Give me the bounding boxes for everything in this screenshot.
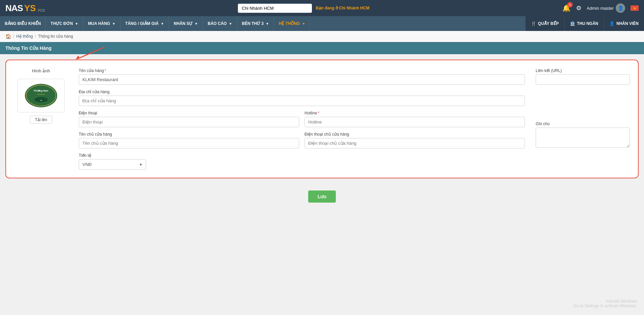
nav-label-cashier: THU NGÂN bbox=[577, 21, 598, 26]
svg-text:restaurant: restaurant bbox=[37, 93, 45, 95]
nav-label-report: BÁO CÁO bbox=[208, 21, 227, 26]
branch-location: Bạn đang ở Chi Nhánh HCM bbox=[316, 6, 369, 10]
staff-icon: 👤 bbox=[609, 21, 614, 26]
branch-search-input[interactable] bbox=[238, 4, 312, 13]
nav-item-staff[interactable]: 👤 NHÂN VIÊN bbox=[604, 16, 644, 31]
right-fields: Liên kết (URL) Ghi chú bbox=[536, 68, 630, 170]
nav-label-purchase: MUA HÀNG bbox=[88, 21, 110, 26]
admin-name: Admin master bbox=[587, 6, 614, 11]
owner-name-label: Tên chủ cửa hàng bbox=[79, 132, 299, 137]
nav-bar: BẢNG ĐIỀU KHIỂN THỰC ĐƠN ▼ MUA HÀNG ▼ TĂ… bbox=[0, 16, 644, 31]
kitchen-icon: 🍴 bbox=[531, 21, 536, 26]
url-label: Liên kết (URL) bbox=[536, 68, 630, 73]
phone-group: Điện thoại bbox=[79, 111, 299, 127]
nav-item-discount[interactable]: TĂNG / GIẢM GIÁ ▼ bbox=[120, 16, 169, 31]
nav-label-kitchen: QUẦY BẾP bbox=[538, 21, 559, 26]
home-icon[interactable]: 🏠 bbox=[5, 34, 11, 39]
save-button[interactable]: Lưu bbox=[308, 190, 336, 203]
store-address-group: Địa chỉ cửa hàng bbox=[79, 90, 525, 106]
logo: NASYS POS bbox=[5, 3, 45, 13]
required-marker-hotline: * bbox=[318, 111, 319, 115]
nav-right: 🍴 QUẦY BẾP 🏦 THU NGÂN 👤 NHÂN VIÊN bbox=[525, 16, 644, 31]
owner-phone-group: Điện thoại chủ cửa hàng bbox=[305, 132, 525, 148]
save-area: Lưu bbox=[0, 184, 644, 209]
owner-name-input[interactable] bbox=[79, 138, 299, 148]
store-info-form: Hình ảnh Phương Nam restaurant ✿ Tải lên bbox=[5, 60, 639, 178]
hotline-group: Hotline* bbox=[305, 111, 525, 127]
gear-icon[interactable]: ⚙ bbox=[576, 4, 581, 12]
chevron-down-icon: ▼ bbox=[265, 22, 269, 26]
currency-select[interactable]: VNĐ USD EUR bbox=[79, 159, 146, 170]
logo-nas: NAS bbox=[5, 3, 23, 13]
chevron-down-icon: ▼ bbox=[112, 22, 115, 26]
owner-phone-input[interactable] bbox=[305, 138, 525, 148]
nav-item-dashboard[interactable]: BẢNG ĐIỀU KHIỂN bbox=[0, 16, 46, 31]
flag-icon bbox=[631, 5, 639, 11]
svg-text:✿: ✿ bbox=[40, 99, 42, 101]
currency-group: Tiền tệ VNĐ USD EUR ▼ bbox=[79, 153, 525, 170]
logo-pos: POS bbox=[38, 9, 45, 12]
branch-location-name: Chi Nhánh HCM bbox=[339, 6, 369, 10]
currency-select-wrapper: VNĐ USD EUR ▼ bbox=[79, 159, 146, 170]
chevron-down-icon: ▼ bbox=[194, 22, 198, 26]
admin-info: Admin master 👤 bbox=[587, 3, 625, 13]
currency-label: Tiền tệ bbox=[79, 153, 525, 158]
store-name-input[interactable] bbox=[79, 74, 525, 85]
nav-item-hr[interactable]: NHÂN SỰ ▼ bbox=[169, 16, 203, 31]
page-content: Thông Tin Cửa Hàng Hình ảnh Phương Nam r… bbox=[0, 42, 644, 209]
section-header-container: Thông Tin Cửa Hàng bbox=[0, 42, 644, 54]
svg-text:Phương Nam: Phương Nam bbox=[34, 90, 48, 92]
store-image-box: Phương Nam restaurant ✿ bbox=[17, 79, 65, 112]
store-address-input[interactable] bbox=[79, 96, 525, 106]
required-marker: * bbox=[105, 68, 106, 73]
chevron-down-icon: ▼ bbox=[229, 22, 232, 26]
top-right: 🔔 0 ⚙ Admin master 👤 bbox=[562, 3, 639, 13]
nav-label-menu: THỰC ĐƠN bbox=[50, 21, 73, 26]
nav-label-discount: TĂNG / GIẢM GIÁ bbox=[125, 21, 158, 26]
nav-item-menu[interactable]: THỰC ĐƠN ▼ bbox=[46, 16, 83, 31]
owner-phone-label: Điện thoại chủ cửa hàng bbox=[305, 132, 525, 137]
phone-input[interactable] bbox=[79, 117, 299, 127]
breadcrumb-current: Thông tin cửa hàng bbox=[38, 34, 73, 39]
nav-item-report[interactable]: BÁO CÁO ▼ bbox=[203, 16, 237, 31]
url-input[interactable] bbox=[536, 74, 630, 85]
store-address-label: Địa chỉ cửa hàng bbox=[79, 90, 525, 94]
phone-label: Điện thoại bbox=[79, 111, 299, 115]
note-textarea[interactable] bbox=[536, 128, 630, 148]
top-center: Bạn đang ở Chi Nhánh HCM bbox=[238, 4, 369, 13]
avatar: 👤 bbox=[616, 3, 625, 13]
hotline-label: Hotline* bbox=[305, 111, 525, 115]
nav-label-staff: NHÂN VIÊN bbox=[616, 21, 639, 26]
nav-label-third: BÊN THỨ 3 bbox=[242, 21, 264, 26]
note-label: Ghi chú bbox=[536, 121, 630, 126]
image-section: Hình ảnh Phương Nam restaurant ✿ Tải lên bbox=[14, 68, 68, 170]
nav-item-cashier[interactable]: 🏦 THU NGÂN bbox=[564, 16, 604, 31]
chevron-down-icon: ▼ bbox=[160, 22, 164, 26]
store-logo: Phương Nam restaurant ✿ bbox=[23, 82, 60, 109]
nav-item-third[interactable]: BÊN THỨ 3 ▼ bbox=[237, 16, 274, 31]
nav-item-kitchen[interactable]: 🍴 QUẦY BẾP bbox=[525, 16, 564, 31]
svg-point-2 bbox=[25, 84, 57, 107]
nav-item-purchase[interactable]: MUA HÀNG ▼ bbox=[83, 16, 120, 31]
section-title: Thông Tin Cửa Hàng bbox=[0, 42, 644, 54]
owner-row: Tên chủ cửa hàng Điện thoại chủ cửa hàng bbox=[79, 132, 525, 148]
breadcrumb-sep2: / bbox=[35, 34, 36, 39]
breadcrumb-sep1: / bbox=[13, 34, 14, 39]
store-name-group: Tên cửa hàng* bbox=[79, 68, 525, 85]
owner-name-group: Tên chủ cửa hàng bbox=[79, 132, 299, 148]
nav-label-system: HỆ THỐNG bbox=[279, 21, 300, 26]
logo-ys: YS bbox=[24, 3, 36, 13]
top-bar: NASYS POS Bạn đang ở Chi Nhánh HCM 🔔 0 ⚙… bbox=[0, 0, 644, 16]
breadcrumb-link-system[interactable]: Hệ thống bbox=[16, 34, 33, 39]
note-group: Ghi chú bbox=[536, 121, 630, 170]
upload-button[interactable]: Tải lên bbox=[30, 116, 52, 124]
nav-label-dashboard: BẢNG ĐIỀU KHIỂN bbox=[5, 21, 41, 26]
svg-marker-1 bbox=[76, 56, 80, 60]
chevron-down-icon: ▼ bbox=[75, 22, 78, 26]
cashier-icon: 🏦 bbox=[570, 21, 575, 26]
notification-bell[interactable]: 🔔 0 bbox=[562, 4, 571, 12]
breadcrumb: 🏠 / Hệ thống / Thông tin cửa hàng bbox=[0, 31, 644, 42]
nav-item-system[interactable]: HỆ THỐNG ▼ bbox=[274, 16, 310, 31]
hotline-input[interactable] bbox=[305, 117, 525, 127]
store-name-label: Tên cửa hàng* bbox=[79, 68, 525, 73]
